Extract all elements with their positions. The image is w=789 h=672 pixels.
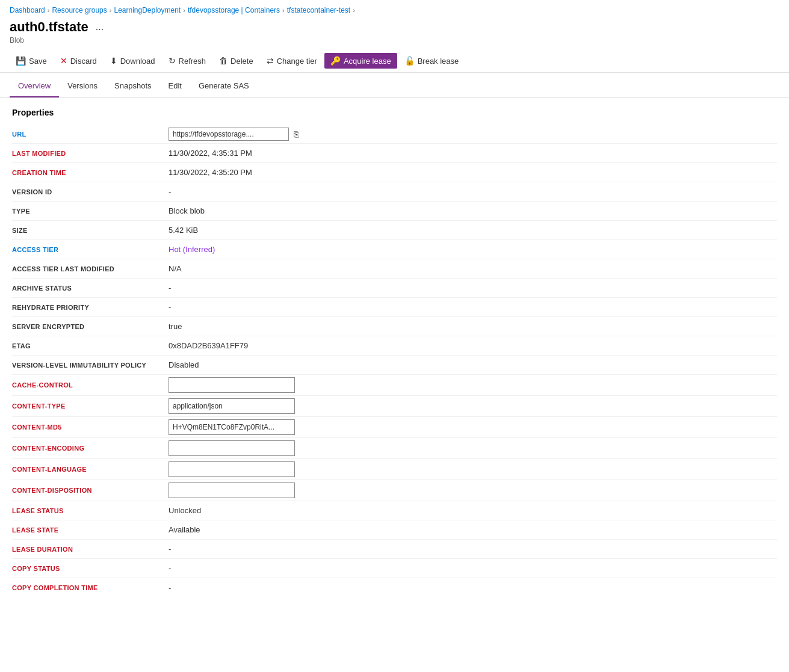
discard-button[interactable]: ✕ Discard	[54, 53, 103, 69]
prop-label: CONTENT-TYPE	[12, 399, 169, 413]
prop-row: CREATION TIME11/30/2022, 4:35:20 PM	[12, 163, 777, 182]
prop-row: VERSION-LEVEL IMMUTABILITY POLICYDisable…	[12, 356, 777, 375]
breadcrumb-sep-2: ›	[110, 7, 112, 14]
prop-value: Available	[169, 523, 777, 537]
prop-value: -	[169, 185, 777, 199]
prop-label: CACHE-CONTROL	[12, 378, 169, 392]
prop-value: 5.42 KiB	[169, 223, 777, 237]
prop-row: ACCESS TIERHot (Inferred)	[12, 240, 777, 259]
prop-row: TYPEBlock blob	[12, 202, 777, 221]
save-button[interactable]: 💾 Save	[10, 53, 53, 69]
prop-row: LEASE STATUSUnlocked	[12, 501, 777, 520]
prop-value: ⎘	[169, 125, 777, 143]
page-subtitle: Blob	[10, 36, 779, 45]
change-tier-icon: ⇄	[267, 56, 274, 66]
prop-row: COPY STATUS-	[12, 559, 777, 578]
prop-label: ACCESS TIER LAST MODIFIED	[12, 262, 169, 276]
prop-value: -	[169, 300, 777, 314]
prop-label: VERSION ID	[12, 185, 169, 199]
refresh-icon: ↻	[169, 56, 176, 66]
change-tier-button[interactable]: ⇄ Change tier	[261, 53, 323, 69]
acquire-lease-icon: 🔑	[330, 56, 341, 66]
prop-row: SERVER ENCRYPTEDtrue	[12, 317, 777, 336]
prop-label: CONTENT-DISPOSITION	[12, 483, 169, 498]
prop-value	[169, 375, 777, 395]
prop-row: CONTENT-MD5	[12, 417, 777, 438]
prop-value	[169, 396, 777, 416]
breadcrumb-learning-deployment[interactable]: LearningDeployment	[114, 6, 181, 14]
prop-row: URL⎘	[12, 125, 777, 144]
prop-row: COPY COMPLETION TIME-	[12, 578, 777, 597]
tab-edit[interactable]: Edit	[160, 75, 190, 97]
breadcrumb-storage-containers[interactable]: tfdevopsstorage | Containers	[188, 6, 280, 14]
prop-value: true	[169, 319, 777, 333]
prop-row: SIZE5.42 KiB	[12, 221, 777, 240]
url-input[interactable]	[169, 128, 289, 141]
prop-row: ETAG0x8DAD2B639A1FF79	[12, 336, 777, 356]
prop-value: Unlocked	[169, 504, 777, 517]
download-icon: ⬇	[110, 56, 117, 66]
prop-label: SIZE	[12, 223, 169, 238]
prop-value: Block blob	[169, 204, 777, 218]
prop-row: LEASE STATEAvailable	[12, 520, 777, 540]
delete-icon: 🗑	[219, 56, 227, 66]
prop-text-input[interactable]	[169, 440, 295, 456]
breadcrumb-dashboard[interactable]: Dashboard	[10, 6, 45, 14]
page-header: auth0.tfstate ... Blob	[0, 17, 789, 49]
prop-row: CONTENT-ENCODING	[12, 438, 777, 459]
breadcrumb-sep-4: ›	[282, 7, 285, 14]
prop-label: VERSION-LEVEL IMMUTABILITY POLICY	[12, 358, 169, 372]
prop-label: CONTENT-MD5	[12, 420, 169, 434]
prop-label: SERVER ENCRYPTED	[12, 319, 169, 334]
prop-row: LAST MODIFIED11/30/2022, 4:35:31 PM	[12, 144, 777, 163]
prop-label: CONTENT-ENCODING	[12, 441, 169, 455]
prop-row: ARCHIVE STATUS-	[12, 279, 777, 298]
break-lease-button[interactable]: 🔓 Break lease	[398, 53, 465, 69]
breadcrumb-sep-5: ›	[353, 7, 355, 14]
prop-value: Disabled	[169, 358, 777, 372]
breadcrumb-tfstate-container[interactable]: tfstatecontainer-test	[287, 6, 350, 14]
copy-url-button[interactable]: ⎘	[292, 128, 300, 140]
prop-row: LEASE DURATION-	[12, 540, 777, 559]
prop-value: Hot (Inferred)	[169, 242, 777, 256]
breadcrumb-sep-1: ›	[48, 7, 50, 14]
prop-value	[169, 417, 777, 437]
content-area: Properties URL⎘LAST MODIFIED11/30/2022, …	[0, 98, 789, 607]
page-title-text: auth0.tfstate	[10, 19, 88, 35]
prop-label: URL	[12, 127, 169, 141]
tab-snapshots[interactable]: Snapshots	[106, 75, 159, 97]
prop-text-input[interactable]	[169, 377, 295, 393]
refresh-button[interactable]: ↻ Refresh	[162, 53, 212, 69]
prop-row: CACHE-CONTROL	[12, 375, 777, 396]
prop-label: TYPE	[12, 204, 169, 218]
prop-text-input[interactable]	[169, 461, 295, 477]
prop-label: ACCESS TIER	[12, 242, 169, 257]
tab-versions[interactable]: Versions	[59, 75, 106, 97]
prop-label: COPY COMPLETION TIME	[12, 581, 169, 595]
breadcrumb-sep-3: ›	[183, 7, 185, 14]
tab-generate-sas[interactable]: Generate SAS	[190, 75, 258, 97]
tab-overview[interactable]: Overview	[10, 75, 59, 97]
prop-text-input[interactable]	[169, 419, 295, 435]
prop-value: -	[169, 281, 777, 295]
ellipsis-button[interactable]: ...	[93, 20, 106, 34]
prop-label: COPY STATUS	[12, 561, 169, 576]
prop-value: -	[169, 581, 777, 595]
prop-label: ETAG	[12, 339, 169, 353]
acquire-lease-button[interactable]: 🔑 Acquire lease	[324, 53, 397, 69]
prop-value: -	[169, 561, 777, 575]
prop-row: REHYDRATE PRIORITY-	[12, 298, 777, 317]
delete-button[interactable]: 🗑 Delete	[213, 53, 259, 69]
prop-row: ACCESS TIER LAST MODIFIEDN/A	[12, 259, 777, 279]
discard-icon: ✕	[60, 56, 67, 66]
breadcrumb-resource-groups[interactable]: Resource groups	[52, 6, 107, 14]
prop-row: CONTENT-DISPOSITION	[12, 480, 777, 501]
download-button[interactable]: ⬇ Download	[104, 53, 161, 69]
prop-value: 11/30/2022, 4:35:31 PM	[169, 146, 777, 160]
prop-text-input[interactable]	[169, 398, 295, 414]
prop-value: -	[169, 542, 777, 556]
toolbar: 💾 Save ✕ Discard ⬇ Download ↻ Refresh 🗑 …	[0, 49, 789, 73]
prop-label: CONTENT-LANGUAGE	[12, 462, 169, 476]
prop-text-input[interactable]	[169, 482, 295, 498]
prop-row: VERSION ID-	[12, 182, 777, 202]
